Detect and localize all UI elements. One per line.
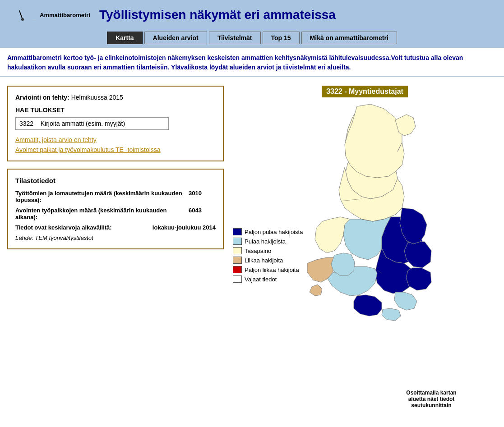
- legend-label-4: Liikaa hakijoita: [245, 257, 283, 264]
- search-input[interactable]: [15, 117, 169, 130]
- vacancies-link[interactable]: Avoimet paikat ja työvoimakoulutus TE -t…: [15, 146, 216, 153]
- stats-title: Tilastotiedot: [15, 177, 216, 184]
- svg-line-7: [19, 10, 23, 19]
- legend-color-light-blue: [233, 238, 242, 245]
- navbar: Kartta Alueiden arviot Tiivistelmät Top …: [0, 30, 504, 48]
- nav-mika-on[interactable]: Mikä on ammattibarometri: [301, 32, 397, 44]
- svg-point-2: [12, 9, 33, 26]
- main-content: Arviointi on tehty: Helmikuussa 2015 HAE…: [0, 81, 504, 413]
- unemployed-value: 3010: [189, 190, 216, 197]
- legend-color-white: [233, 275, 242, 283]
- svg-point-8: [21, 18, 24, 21]
- assessment-date: Arviointi on tehty: Helmikuussa 2015: [15, 94, 216, 101]
- legend-color-tan: [233, 257, 242, 264]
- stat-period: Tiedot ovat keskiarvoja aikaväliltä: lok…: [15, 224, 216, 231]
- region-islands[interactable]: [310, 285, 322, 296]
- svg-point-5: [12, 9, 33, 26]
- nav-alueiden-arviot[interactable]: Alueiden arviot: [144, 32, 207, 44]
- svg-point-6: [12, 9, 33, 26]
- svg-rect-0: [9, 4, 36, 19]
- vacancies-value: 6043: [189, 207, 216, 214]
- nav-top15[interactable]: Top 15: [263, 32, 300, 44]
- map-container[interactable]: Paljon pulaa hakijoista Pulaa hakijoista…: [233, 102, 458, 409]
- professions-link[interactable]: Ammatit, joista arvio on tehty: [15, 136, 216, 143]
- main-title: Työllistymisen näkymät eri ammateissa: [99, 8, 495, 22]
- stat-vacancies: Avointen työpaikkojen määrä (keskimäärin…: [15, 207, 216, 220]
- stats-panel: Tilastotiedot Työttömien ja lomautettuje…: [7, 169, 224, 249]
- legend-label-2: Pulaa hakijoista: [245, 238, 286, 245]
- legend-label-3: Tasapaino: [245, 248, 271, 254]
- nav-tiivistelmat[interactable]: Tiivistelmät: [209, 32, 261, 44]
- stat-unemployed: Työttömien ja lomautettujen määrä (keski…: [15, 190, 216, 203]
- finland-svg[interactable]: [287, 102, 449, 399]
- search-panel: Arviointi on tehty: Helmikuussa 2015 HAE…: [7, 86, 224, 161]
- svg-point-3: [12, 9, 33, 26]
- svg-point-4: [12, 9, 33, 26]
- legend-color-dark-blue: [233, 228, 242, 235]
- map-title: 3322 - Myyntiedustajat: [322, 86, 408, 97]
- stat-source: Lähde: TEM työnvälitystilastot: [15, 234, 216, 241]
- map-tooltip: Osoittamalla kartan aluetta näet tiedot …: [404, 390, 458, 409]
- search-heading: HAE TULOKSET: [15, 106, 216, 114]
- site-name: Ammattibarometri: [40, 12, 90, 18]
- intro-text: Ammattibarometri kertoo työ- ja elinkein…: [0, 48, 504, 77]
- header: Ammattibarometri Työllistymisen näkymät …: [0, 0, 504, 30]
- links-section: Ammatit, joista arvio on tehty Avoimet p…: [15, 136, 216, 153]
- region-south-karelia[interactable]: [394, 292, 417, 310]
- legend-label-6: Vajaat tiedot: [245, 276, 277, 283]
- legend-color-yellow: [233, 247, 242, 254]
- svg-point-1: [12, 9, 33, 26]
- region-helsinki[interactable]: [354, 295, 382, 316]
- logo-area: Ammattibarometri: [9, 4, 90, 26]
- region-far-east[interactable]: [404, 242, 431, 268]
- region-karelia[interactable]: [406, 268, 431, 290]
- left-panel: Arviointi on tehty: Helmikuussa 2015 HAE…: [7, 86, 224, 409]
- nav-kartta[interactable]: Kartta: [107, 32, 142, 44]
- region-south-coast-east[interactable]: [382, 308, 401, 321]
- logo-gauge-icon: [9, 4, 36, 26]
- legend-color-red: [233, 266, 242, 273]
- finland-map[interactable]: [287, 102, 449, 401]
- right-panel: 3322 - Myyntiedustajat Paljon pulaa haki…: [233, 86, 497, 409]
- period-value: lokakuu-joulukuu 2014: [153, 224, 216, 231]
